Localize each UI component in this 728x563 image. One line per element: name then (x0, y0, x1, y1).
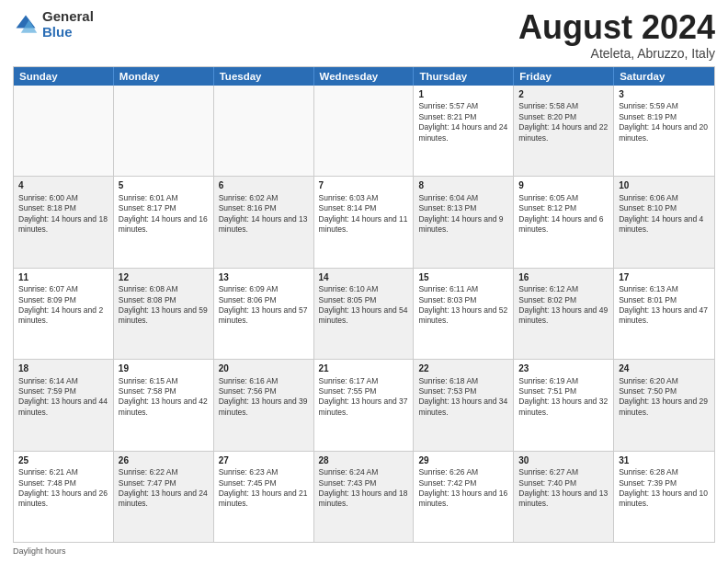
title-area: August 2024 Ateleta, Abruzzo, Italy (518, 9, 715, 61)
day-number: 25 (18, 454, 108, 467)
calendar-cell: 29Sunrise: 6:26 AM Sunset: 7:42 PM Dayli… (414, 452, 514, 542)
logo: General Blue (13, 9, 94, 40)
calendar-cell: 15Sunrise: 6:11 AM Sunset: 8:03 PM Dayli… (414, 269, 514, 359)
calendar-cell: 27Sunrise: 6:23 AM Sunset: 7:45 PM Dayli… (214, 452, 314, 542)
day-info: Sunrise: 6:02 AM Sunset: 8:16 PM Dayligh… (219, 193, 308, 234)
calendar-cell: 9Sunrise: 6:05 AM Sunset: 8:12 PM Daylig… (514, 177, 614, 267)
day-header-sunday: Sunday (14, 67, 114, 86)
logo-blue: Blue (42, 25, 94, 40)
calendar-cell (214, 86, 314, 176)
day-number: 31 (619, 454, 710, 467)
day-info: Sunrise: 6:05 AM Sunset: 8:12 PM Dayligh… (518, 193, 603, 234)
calendar-cell: 25Sunrise: 6:21 AM Sunset: 7:48 PM Dayli… (14, 452, 114, 542)
location: Ateleta, Abruzzo, Italy (518, 46, 715, 61)
calendar-cell: 24Sunrise: 6:20 AM Sunset: 7:50 PM Dayli… (614, 360, 714, 450)
day-number: 14 (319, 271, 409, 284)
calendar-cell: 11Sunrise: 6:07 AM Sunset: 8:09 PM Dayli… (14, 269, 114, 359)
day-info: Sunrise: 6:18 AM Sunset: 7:53 PM Dayligh… (418, 376, 507, 417)
day-number: 21 (319, 362, 409, 375)
day-number: 11 (18, 271, 108, 284)
day-number: 24 (619, 362, 710, 375)
day-info: Sunrise: 6:17 AM Sunset: 7:55 PM Dayligh… (319, 376, 408, 417)
calendar-cell: 10Sunrise: 6:06 AM Sunset: 8:10 PM Dayli… (614, 177, 714, 267)
day-number: 17 (619, 271, 710, 284)
calendar-cell: 5Sunrise: 6:01 AM Sunset: 8:17 PM Daylig… (114, 177, 214, 267)
calendar-row: 4Sunrise: 6:00 AM Sunset: 8:18 PM Daylig… (14, 176, 714, 267)
calendar-cell: 20Sunrise: 6:16 AM Sunset: 7:56 PM Dayli… (214, 360, 314, 450)
day-header-friday: Friday (514, 67, 614, 86)
day-header-saturday: Saturday (614, 67, 714, 86)
day-info: Sunrise: 6:12 AM Sunset: 8:02 PM Dayligh… (518, 284, 608, 325)
day-number: 10 (619, 179, 710, 192)
calendar-cell (114, 86, 214, 176)
day-number: 27 (219, 454, 309, 467)
calendar-cell: 6Sunrise: 6:02 AM Sunset: 8:16 PM Daylig… (214, 177, 314, 267)
day-number: 5 (119, 179, 209, 192)
day-info: Sunrise: 6:14 AM Sunset: 7:59 PM Dayligh… (18, 376, 108, 417)
day-info: Sunrise: 5:58 AM Sunset: 8:20 PM Dayligh… (518, 101, 608, 142)
calendar-cell: 23Sunrise: 6:19 AM Sunset: 7:51 PM Dayli… (514, 360, 614, 450)
calendar-cell: 8Sunrise: 6:04 AM Sunset: 8:13 PM Daylig… (414, 177, 514, 267)
day-info: Sunrise: 6:00 AM Sunset: 8:18 PM Dayligh… (18, 193, 108, 234)
calendar-cell: 28Sunrise: 6:24 AM Sunset: 7:43 PM Dayli… (314, 452, 415, 542)
day-info: Sunrise: 6:16 AM Sunset: 7:56 PM Dayligh… (219, 376, 308, 417)
day-info: Sunrise: 6:26 AM Sunset: 7:42 PM Dayligh… (418, 467, 507, 508)
day-info: Sunrise: 6:24 AM Sunset: 7:43 PM Dayligh… (319, 467, 408, 508)
day-number: 12 (119, 271, 209, 284)
day-info: Sunrise: 6:15 AM Sunset: 7:58 PM Dayligh… (119, 376, 208, 417)
day-number: 3 (619, 88, 710, 101)
logo-general: General (42, 9, 94, 25)
day-info: Sunrise: 6:01 AM Sunset: 8:17 PM Dayligh… (119, 193, 208, 234)
day-number: 19 (119, 362, 209, 375)
day-number: 20 (219, 362, 309, 375)
day-number: 13 (219, 271, 309, 284)
day-header-monday: Monday (114, 67, 214, 86)
day-info: Sunrise: 5:59 AM Sunset: 8:19 PM Dayligh… (619, 101, 708, 142)
day-info: Sunrise: 6:21 AM Sunset: 7:48 PM Dayligh… (18, 467, 108, 508)
calendar-cell: 16Sunrise: 6:12 AM Sunset: 8:02 PM Dayli… (514, 269, 614, 359)
calendar-cell: 26Sunrise: 6:22 AM Sunset: 7:47 PM Dayli… (114, 452, 214, 542)
day-info: Sunrise: 6:19 AM Sunset: 7:51 PM Dayligh… (518, 376, 608, 417)
day-number: 16 (518, 271, 609, 284)
calendar-cell: 1Sunrise: 5:57 AM Sunset: 8:21 PM Daylig… (414, 86, 514, 176)
day-number: 22 (418, 362, 508, 375)
calendar-cell: 21Sunrise: 6:17 AM Sunset: 7:55 PM Dayli… (314, 360, 415, 450)
calendar-cell: 2Sunrise: 5:58 AM Sunset: 8:20 PM Daylig… (514, 86, 614, 176)
calendar-row: 11Sunrise: 6:07 AM Sunset: 8:09 PM Dayli… (14, 268, 714, 359)
day-number: 9 (518, 179, 609, 192)
calendar-cell: 4Sunrise: 6:00 AM Sunset: 8:18 PM Daylig… (14, 177, 114, 267)
day-number: 28 (319, 454, 409, 467)
logo-icon (13, 12, 39, 38)
day-header-thursday: Thursday (414, 67, 514, 86)
calendar-body: 1Sunrise: 5:57 AM Sunset: 8:21 PM Daylig… (14, 86, 714, 542)
day-info: Sunrise: 6:03 AM Sunset: 8:14 PM Dayligh… (319, 193, 408, 234)
day-info: Sunrise: 6:06 AM Sunset: 8:10 PM Dayligh… (619, 193, 703, 234)
day-number: 26 (119, 454, 209, 467)
day-info: Sunrise: 6:08 AM Sunset: 8:08 PM Dayligh… (119, 284, 208, 325)
month-title: August 2024 (518, 9, 715, 46)
calendar-row: 1Sunrise: 5:57 AM Sunset: 8:21 PM Daylig… (14, 86, 714, 176)
calendar-cell: 3Sunrise: 5:59 AM Sunset: 8:19 PM Daylig… (614, 86, 714, 176)
calendar-cell: 7Sunrise: 6:03 AM Sunset: 8:14 PM Daylig… (314, 177, 415, 267)
day-number: 8 (418, 179, 508, 192)
day-info: Sunrise: 5:57 AM Sunset: 8:21 PM Dayligh… (418, 101, 507, 142)
day-header-tuesday: Tuesday (214, 67, 314, 86)
day-number: 29 (418, 454, 508, 467)
calendar-cell: 31Sunrise: 6:28 AM Sunset: 7:39 PM Dayli… (614, 452, 714, 542)
day-number: 2 (518, 88, 609, 101)
day-info: Sunrise: 6:04 AM Sunset: 8:13 PM Dayligh… (418, 193, 503, 234)
day-info: Sunrise: 6:27 AM Sunset: 7:40 PM Dayligh… (518, 467, 608, 508)
calendar-header: SundayMondayTuesdayWednesdayThursdayFrid… (14, 67, 714, 86)
day-number: 1 (418, 88, 508, 101)
day-number: 15 (418, 271, 508, 284)
day-info: Sunrise: 6:09 AM Sunset: 8:06 PM Dayligh… (219, 284, 308, 325)
day-number: 6 (219, 179, 309, 192)
day-info: Sunrise: 6:13 AM Sunset: 8:01 PM Dayligh… (619, 284, 708, 325)
calendar-cell: 18Sunrise: 6:14 AM Sunset: 7:59 PM Dayli… (14, 360, 114, 450)
calendar-cell: 22Sunrise: 6:18 AM Sunset: 7:53 PM Dayli… (414, 360, 514, 450)
day-info: Sunrise: 6:11 AM Sunset: 8:03 PM Dayligh… (418, 284, 507, 325)
day-number: 4 (18, 179, 108, 192)
page: General Blue August 2024 Ateleta, Abruzz… (0, 0, 728, 563)
calendar-cell: 13Sunrise: 6:09 AM Sunset: 8:06 PM Dayli… (214, 269, 314, 359)
calendar-cell: 12Sunrise: 6:08 AM Sunset: 8:08 PM Dayli… (114, 269, 214, 359)
